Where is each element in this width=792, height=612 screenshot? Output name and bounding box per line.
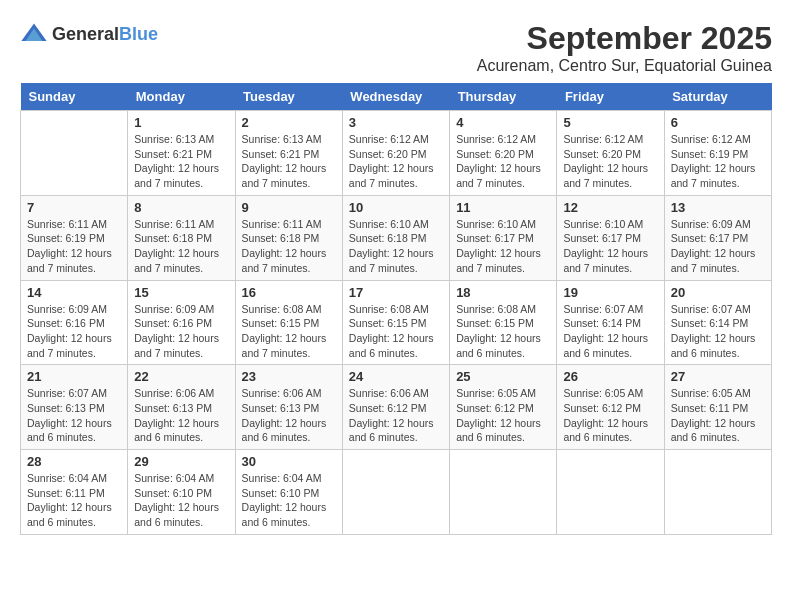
calendar-cell: 29Sunrise: 6:04 AM Sunset: 6:10 PM Dayli… xyxy=(128,450,235,535)
day-info: Sunrise: 6:10 AM Sunset: 6:18 PM Dayligh… xyxy=(349,217,443,276)
calendar-cell: 26Sunrise: 6:05 AM Sunset: 6:12 PM Dayli… xyxy=(557,365,664,450)
calendar-cell: 14Sunrise: 6:09 AM Sunset: 6:16 PM Dayli… xyxy=(21,280,128,365)
calendar-week-row: 7Sunrise: 6:11 AM Sunset: 6:19 PM Daylig… xyxy=(21,195,772,280)
calendar-cell: 30Sunrise: 6:04 AM Sunset: 6:10 PM Dayli… xyxy=(235,450,342,535)
calendar-cell: 11Sunrise: 6:10 AM Sunset: 6:17 PM Dayli… xyxy=(450,195,557,280)
day-number: 29 xyxy=(134,454,228,469)
calendar-week-row: 28Sunrise: 6:04 AM Sunset: 6:11 PM Dayli… xyxy=(21,450,772,535)
day-info: Sunrise: 6:13 AM Sunset: 6:21 PM Dayligh… xyxy=(242,132,336,191)
calendar-cell: 5Sunrise: 6:12 AM Sunset: 6:20 PM Daylig… xyxy=(557,111,664,196)
day-number: 23 xyxy=(242,369,336,384)
calendar-cell: 1Sunrise: 6:13 AM Sunset: 6:21 PM Daylig… xyxy=(128,111,235,196)
day-info: Sunrise: 6:08 AM Sunset: 6:15 PM Dayligh… xyxy=(456,302,550,361)
calendar-cell: 24Sunrise: 6:06 AM Sunset: 6:12 PM Dayli… xyxy=(342,365,449,450)
day-info: Sunrise: 6:04 AM Sunset: 6:10 PM Dayligh… xyxy=(242,471,336,530)
calendar-cell: 25Sunrise: 6:05 AM Sunset: 6:12 PM Dayli… xyxy=(450,365,557,450)
column-header-wednesday: Wednesday xyxy=(342,83,449,111)
calendar-cell: 23Sunrise: 6:06 AM Sunset: 6:13 PM Dayli… xyxy=(235,365,342,450)
day-info: Sunrise: 6:07 AM Sunset: 6:14 PM Dayligh… xyxy=(563,302,657,361)
calendar-cell: 10Sunrise: 6:10 AM Sunset: 6:18 PM Dayli… xyxy=(342,195,449,280)
calendar-week-row: 1Sunrise: 6:13 AM Sunset: 6:21 PM Daylig… xyxy=(21,111,772,196)
calendar-cell: 22Sunrise: 6:06 AM Sunset: 6:13 PM Dayli… xyxy=(128,365,235,450)
day-info: Sunrise: 6:08 AM Sunset: 6:15 PM Dayligh… xyxy=(242,302,336,361)
calendar-cell xyxy=(557,450,664,535)
day-number: 11 xyxy=(456,200,550,215)
day-info: Sunrise: 6:10 AM Sunset: 6:17 PM Dayligh… xyxy=(456,217,550,276)
calendar-cell xyxy=(450,450,557,535)
calendar-cell: 4Sunrise: 6:12 AM Sunset: 6:20 PM Daylig… xyxy=(450,111,557,196)
calendar-cell: 12Sunrise: 6:10 AM Sunset: 6:17 PM Dayli… xyxy=(557,195,664,280)
day-number: 24 xyxy=(349,369,443,384)
day-number: 2 xyxy=(242,115,336,130)
column-header-friday: Friday xyxy=(557,83,664,111)
day-number: 3 xyxy=(349,115,443,130)
day-number: 1 xyxy=(134,115,228,130)
column-header-sunday: Sunday xyxy=(21,83,128,111)
day-number: 5 xyxy=(563,115,657,130)
day-info: Sunrise: 6:12 AM Sunset: 6:19 PM Dayligh… xyxy=(671,132,765,191)
day-number: 10 xyxy=(349,200,443,215)
day-info: Sunrise: 6:12 AM Sunset: 6:20 PM Dayligh… xyxy=(456,132,550,191)
day-number: 30 xyxy=(242,454,336,469)
day-info: Sunrise: 6:13 AM Sunset: 6:21 PM Dayligh… xyxy=(134,132,228,191)
calendar-cell: 15Sunrise: 6:09 AM Sunset: 6:16 PM Dayli… xyxy=(128,280,235,365)
calendar-week-row: 14Sunrise: 6:09 AM Sunset: 6:16 PM Dayli… xyxy=(21,280,772,365)
page-header: GeneralBlue September 2025 Acurenam, Cen… xyxy=(20,20,772,75)
day-info: Sunrise: 6:09 AM Sunset: 6:16 PM Dayligh… xyxy=(27,302,121,361)
calendar-cell: 6Sunrise: 6:12 AM Sunset: 6:19 PM Daylig… xyxy=(664,111,771,196)
day-info: Sunrise: 6:07 AM Sunset: 6:14 PM Dayligh… xyxy=(671,302,765,361)
column-header-monday: Monday xyxy=(128,83,235,111)
day-info: Sunrise: 6:10 AM Sunset: 6:17 PM Dayligh… xyxy=(563,217,657,276)
day-info: Sunrise: 6:05 AM Sunset: 6:12 PM Dayligh… xyxy=(456,386,550,445)
day-number: 13 xyxy=(671,200,765,215)
calendar-cell: 13Sunrise: 6:09 AM Sunset: 6:17 PM Dayli… xyxy=(664,195,771,280)
day-number: 26 xyxy=(563,369,657,384)
day-info: Sunrise: 6:04 AM Sunset: 6:11 PM Dayligh… xyxy=(27,471,121,530)
day-info: Sunrise: 6:11 AM Sunset: 6:18 PM Dayligh… xyxy=(134,217,228,276)
day-number: 12 xyxy=(563,200,657,215)
day-info: Sunrise: 6:04 AM Sunset: 6:10 PM Dayligh… xyxy=(134,471,228,530)
day-number: 16 xyxy=(242,285,336,300)
calendar-cell: 20Sunrise: 6:07 AM Sunset: 6:14 PM Dayli… xyxy=(664,280,771,365)
day-number: 19 xyxy=(563,285,657,300)
calendar-cell: 3Sunrise: 6:12 AM Sunset: 6:20 PM Daylig… xyxy=(342,111,449,196)
day-number: 7 xyxy=(27,200,121,215)
calendar-cell: 7Sunrise: 6:11 AM Sunset: 6:19 PM Daylig… xyxy=(21,195,128,280)
calendar-header-row: SundayMondayTuesdayWednesdayThursdayFrid… xyxy=(21,83,772,111)
calendar-cell: 19Sunrise: 6:07 AM Sunset: 6:14 PM Dayli… xyxy=(557,280,664,365)
day-info: Sunrise: 6:06 AM Sunset: 6:13 PM Dayligh… xyxy=(134,386,228,445)
day-info: Sunrise: 6:09 AM Sunset: 6:17 PM Dayligh… xyxy=(671,217,765,276)
day-info: Sunrise: 6:06 AM Sunset: 6:12 PM Dayligh… xyxy=(349,386,443,445)
day-number: 6 xyxy=(671,115,765,130)
logo-general: General xyxy=(52,24,119,44)
title-block: September 2025 Acurenam, Centro Sur, Equ… xyxy=(477,20,772,75)
calendar-cell: 17Sunrise: 6:08 AM Sunset: 6:15 PM Dayli… xyxy=(342,280,449,365)
day-number: 22 xyxy=(134,369,228,384)
day-info: Sunrise: 6:07 AM Sunset: 6:13 PM Dayligh… xyxy=(27,386,121,445)
day-info: Sunrise: 6:05 AM Sunset: 6:11 PM Dayligh… xyxy=(671,386,765,445)
day-number: 9 xyxy=(242,200,336,215)
day-number: 18 xyxy=(456,285,550,300)
day-info: Sunrise: 6:11 AM Sunset: 6:18 PM Dayligh… xyxy=(242,217,336,276)
calendar-week-row: 21Sunrise: 6:07 AM Sunset: 6:13 PM Dayli… xyxy=(21,365,772,450)
logo: GeneralBlue xyxy=(20,20,158,48)
day-number: 20 xyxy=(671,285,765,300)
calendar-cell: 18Sunrise: 6:08 AM Sunset: 6:15 PM Dayli… xyxy=(450,280,557,365)
column-header-thursday: Thursday xyxy=(450,83,557,111)
calendar-cell: 2Sunrise: 6:13 AM Sunset: 6:21 PM Daylig… xyxy=(235,111,342,196)
calendar-cell xyxy=(21,111,128,196)
day-info: Sunrise: 6:08 AM Sunset: 6:15 PM Dayligh… xyxy=(349,302,443,361)
page-subtitle: Acurenam, Centro Sur, Equatorial Guinea xyxy=(477,57,772,75)
day-number: 17 xyxy=(349,285,443,300)
calendar-cell xyxy=(342,450,449,535)
calendar-cell: 21Sunrise: 6:07 AM Sunset: 6:13 PM Dayli… xyxy=(21,365,128,450)
day-number: 15 xyxy=(134,285,228,300)
column-header-tuesday: Tuesday xyxy=(235,83,342,111)
column-header-saturday: Saturday xyxy=(664,83,771,111)
calendar-cell: 27Sunrise: 6:05 AM Sunset: 6:11 PM Dayli… xyxy=(664,365,771,450)
day-info: Sunrise: 6:12 AM Sunset: 6:20 PM Dayligh… xyxy=(563,132,657,191)
day-number: 8 xyxy=(134,200,228,215)
calendar-cell: 28Sunrise: 6:04 AM Sunset: 6:11 PM Dayli… xyxy=(21,450,128,535)
day-number: 21 xyxy=(27,369,121,384)
day-info: Sunrise: 6:06 AM Sunset: 6:13 PM Dayligh… xyxy=(242,386,336,445)
